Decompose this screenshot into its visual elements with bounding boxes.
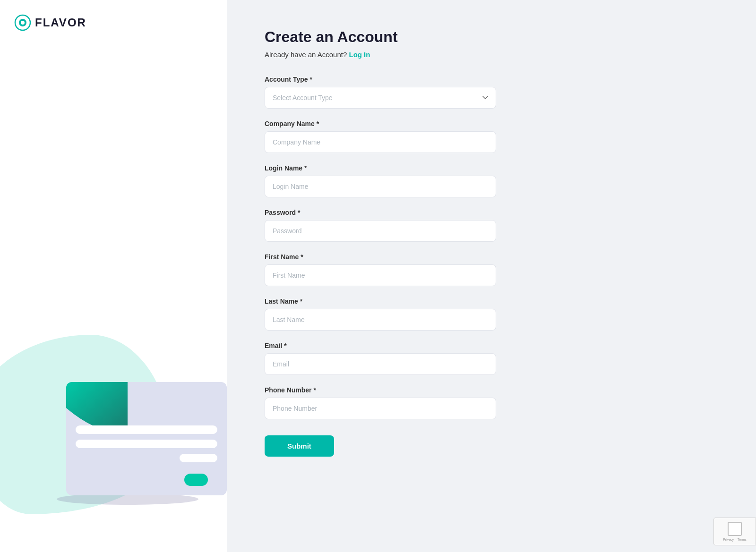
logo-text: FLAVOR: [35, 16, 86, 29]
recaptcha-inner: Privacy – Terms: [717, 522, 753, 541]
first-name-label: First Name *: [265, 253, 496, 261]
login-name-label: Login Name *: [265, 164, 496, 172]
company-name-input[interactable]: [265, 131, 496, 153]
account-type-label: Account Type *: [265, 76, 496, 83]
login-prompt-text: Already have an Account?: [265, 51, 347, 59]
company-name-label: Company Name *: [265, 120, 496, 127]
last-name-label: Last Name *: [265, 297, 496, 305]
account-type-group: Account Type * Select Account Type Busin…: [265, 76, 496, 109]
password-input[interactable]: [265, 220, 496, 242]
flavor-logo-icon: [14, 14, 31, 31]
email-group: Email *: [265, 342, 496, 375]
recaptcha-checkbox: [728, 522, 742, 536]
login-prompt: Already have an Account? Log In: [265, 51, 496, 59]
login-name-group: Login Name *: [265, 164, 496, 197]
phone-number-label: Phone Number *: [265, 386, 496, 394]
company-name-group: Company Name *: [265, 120, 496, 153]
page-title: Create an Account: [265, 28, 496, 46]
logo: FLAVOR: [14, 14, 86, 31]
account-type-select[interactable]: Select Account Type Business Individual …: [265, 87, 496, 109]
phone-number-group: Phone Number *: [265, 386, 496, 419]
recaptcha-badge: Privacy – Terms: [713, 518, 756, 545]
login-name-input[interactable]: [265, 176, 496, 197]
card-line-2: [76, 440, 217, 448]
last-name-input[interactable]: [265, 309, 496, 331]
card-line-1: [76, 425, 217, 434]
first-name-input[interactable]: [265, 264, 496, 286]
login-link[interactable]: Log In: [349, 51, 370, 59]
card-lines: [66, 425, 227, 462]
illustration-card: [66, 382, 227, 495]
left-panel: FLAVOR: [0, 0, 227, 552]
right-panel: Create an Account Already have an Accoun…: [227, 0, 756, 552]
phone-number-input[interactable]: [265, 398, 496, 419]
registration-form: Account Type * Select Account Type Busin…: [265, 76, 496, 457]
email-input[interactable]: [265, 353, 496, 375]
last-name-group: Last Name *: [265, 297, 496, 331]
submit-button[interactable]: Submit: [265, 435, 334, 457]
card-line-3: [180, 454, 217, 462]
password-label: Password *: [265, 209, 496, 216]
password-group: Password *: [265, 209, 496, 242]
card-circle: [184, 474, 208, 486]
form-container: Create an Account Already have an Accoun…: [265, 28, 496, 457]
svg-point-2: [21, 21, 25, 25]
email-label: Email *: [265, 342, 496, 349]
recaptcha-privacy: Privacy – Terms: [723, 538, 747, 541]
first-name-group: First Name *: [265, 253, 496, 286]
